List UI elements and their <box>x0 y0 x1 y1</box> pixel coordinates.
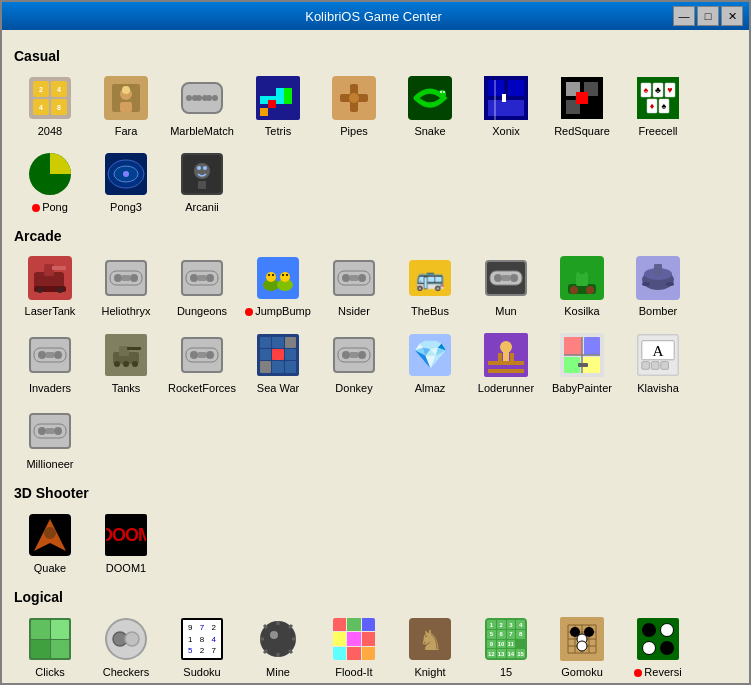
svg-rect-68 <box>259 259 297 297</box>
game-freecell[interactable]: ♠ ♣ ♥ ♦ ♠ Freecell <box>622 70 694 142</box>
svg-rect-104 <box>127 347 141 350</box>
game-fifteen[interactable]: 1 2 3 4 5 6 7 8 9 10 11 12 13 1 <box>470 611 542 683</box>
game-heliothryx[interactable]: Heliothryx <box>90 250 162 322</box>
svg-rect-12 <box>284 88 292 96</box>
game-checkers[interactable]: Checkers <box>90 611 162 683</box>
svg-point-62 <box>130 274 138 282</box>
game-pong3[interactable]: Pong3 <box>90 146 162 218</box>
svg-point-96 <box>666 282 674 286</box>
svg-point-76 <box>286 274 288 276</box>
svg-point-82 <box>494 274 502 282</box>
game-sudoku[interactable]: 9 7 2 1 8 4 5 2 7 Sudoku <box>166 611 238 683</box>
svg-rect-118 <box>488 361 524 365</box>
svg-point-21 <box>443 91 445 93</box>
svg-point-83 <box>510 274 518 282</box>
svg-point-58 <box>37 287 43 293</box>
svg-point-95 <box>642 282 650 286</box>
game-tanks[interactable]: Tanks <box>90 327 162 399</box>
svg-point-20 <box>440 91 442 93</box>
svg-rect-124 <box>564 337 582 355</box>
reversi-dot <box>634 669 642 677</box>
svg-point-4 <box>122 86 130 94</box>
svg-text:♣: ♣ <box>655 85 661 95</box>
game-dungeons[interactable]: Dungeons <box>166 250 238 322</box>
game-fara[interactable]: Fara <box>90 70 162 142</box>
svg-rect-10 <box>260 108 268 116</box>
section-3dshooter-title: 3D Shooter <box>14 485 737 501</box>
svg-point-88 <box>586 286 594 294</box>
game-knight[interactable]: ♞ Knight <box>394 611 466 683</box>
svg-point-138 <box>38 427 46 435</box>
svg-rect-63 <box>122 275 130 281</box>
svg-point-78 <box>342 274 350 282</box>
game-mine[interactable]: Mine <box>242 611 314 683</box>
game-rocketforces[interactable]: RocketForces <box>166 327 238 399</box>
game-pipes[interactable]: Pipes <box>318 70 390 142</box>
svg-rect-125 <box>584 337 600 355</box>
game-arcanii[interactable]: Arcanii <box>166 146 238 218</box>
game-quake[interactable]: Quake <box>14 507 86 579</box>
svg-rect-55 <box>44 264 54 276</box>
svg-point-109 <box>190 351 198 359</box>
game-babypainter[interactable]: BabyPainter <box>546 327 618 399</box>
svg-point-73 <box>268 274 270 276</box>
casual-games-grid: 24 48 2048 Fara <box>14 70 737 218</box>
game-seawar[interactable]: Sea War <box>242 327 314 399</box>
game-jumpbump[interactable]: JumpBump <box>242 250 314 322</box>
main-window: KolibriOS Game Center — □ ✕ Casual 24 48… <box>0 0 751 685</box>
svg-point-71 <box>266 272 276 282</box>
arcade-games-grid: LaserTank Heliothryx <box>14 250 737 475</box>
svg-rect-56 <box>52 266 66 270</box>
svg-rect-80 <box>350 275 358 281</box>
game-bomber[interactable]: Bomber <box>622 250 694 322</box>
svg-point-107 <box>123 361 129 367</box>
svg-text:♠: ♠ <box>662 101 667 111</box>
game-2048[interactable]: 24 48 2048 <box>14 70 86 142</box>
svg-point-79 <box>358 274 366 282</box>
game-tetris[interactable]: Tetris <box>242 70 314 142</box>
svg-rect-126 <box>564 357 580 373</box>
game-marblematch[interactable]: MarbleMatch <box>166 70 238 142</box>
svg-rect-6 <box>260 96 268 104</box>
game-doom1[interactable]: DOOM DOOM1 <box>90 507 162 579</box>
game-gomoku[interactable]: Gomoku <box>546 611 618 683</box>
game-klavisha[interactable]: A Klavisha <box>622 327 694 399</box>
game-invaders[interactable]: Invaders <box>14 327 86 399</box>
svg-rect-8 <box>276 96 284 104</box>
svg-point-61 <box>114 274 122 282</box>
game-reversi[interactable]: Reversi <box>622 611 694 683</box>
svg-rect-50 <box>198 181 206 189</box>
svg-line-155 <box>264 650 267 653</box>
game-flood[interactable]: Flood-It <box>318 611 390 683</box>
game-lasertank[interactable]: LaserTank <box>14 250 86 322</box>
svg-text:♦: ♦ <box>650 101 655 111</box>
svg-point-99 <box>54 351 62 359</box>
close-button[interactable]: ✕ <box>721 6 743 26</box>
svg-point-174 <box>577 641 587 651</box>
game-loderunner[interactable]: Loderunner <box>470 327 542 399</box>
svg-point-47 <box>123 171 129 177</box>
svg-rect-120 <box>510 353 514 361</box>
game-thebus[interactable]: 🚌 TheBus <box>394 250 466 322</box>
svg-point-19 <box>438 90 446 98</box>
game-nsider[interactable]: Nsider <box>318 250 390 322</box>
minimize-button[interactable]: — <box>673 6 695 26</box>
game-pong[interactable]: Pong <box>14 146 86 218</box>
section-arcade-title: Arcade <box>14 228 737 244</box>
game-almaz[interactable]: 💎 Almaz <box>394 327 466 399</box>
game-redsquare[interactable]: RedSquare <box>546 70 618 142</box>
game-clicks[interactable]: Clicks <box>14 611 86 683</box>
svg-point-157 <box>270 631 278 639</box>
game-millioneer[interactable]: Millioneer <box>14 403 86 475</box>
svg-point-114 <box>358 351 366 359</box>
game-kosilka[interactable]: Kosilka <box>546 250 618 322</box>
game-donkey[interactable]: Donkey <box>318 327 390 399</box>
maximize-button[interactable]: □ <box>697 6 719 26</box>
game-mun[interactable]: Mun <box>470 250 542 322</box>
pong-dot <box>32 204 40 212</box>
svg-point-98 <box>38 351 46 359</box>
game-xonix[interactable]: Xonix <box>470 70 542 142</box>
svg-text:♞: ♞ <box>418 625 443 656</box>
game-snake[interactable]: Snake <box>394 70 466 142</box>
svg-point-51 <box>197 166 201 170</box>
